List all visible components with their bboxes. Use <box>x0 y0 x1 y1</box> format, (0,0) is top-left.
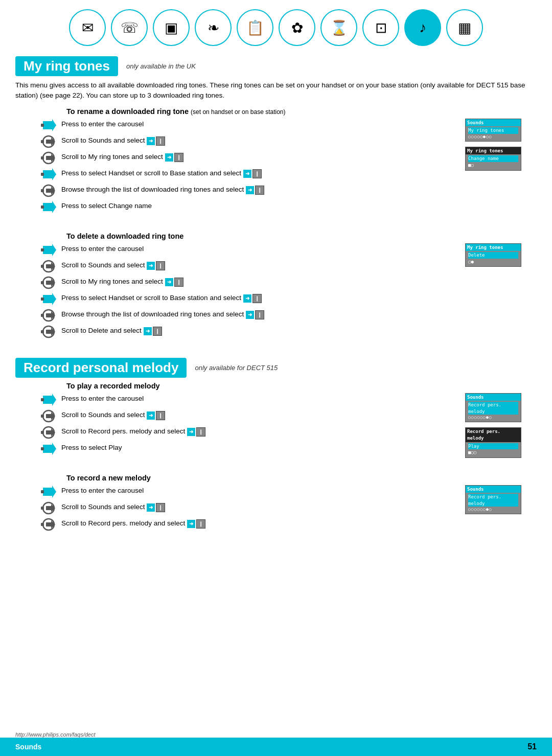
screen-line: Record pers. melody <box>468 402 518 415</box>
svg-rect-27 <box>41 314 44 317</box>
footer-label: Sounds <box>15 743 41 751</box>
step-row: Press to enter the carousel <box>15 119 465 133</box>
screen-line: Record pers. melody <box>468 494 518 507</box>
step-icon-arrow <box>15 168 61 181</box>
screen-line: ■○○ <box>468 449 518 456</box>
step-row: Browse through the list of downloaded ri… <box>15 309 465 323</box>
step-icon-arrow <box>15 119 61 132</box>
step-row: Scroll to Sounds and select ➜❙ <box>15 501 465 516</box>
clock-icon: ⌛ <box>330 19 348 36</box>
nav-icon-leaf[interactable]: ❧ <box>195 9 232 46</box>
step-text: Browse through the list of downloaded ri… <box>61 309 465 319</box>
step-row: Press to select Change name <box>15 200 465 215</box>
step-row: Browse through the list of downloaded ri… <box>15 184 465 198</box>
envelope-icon: ✉ <box>82 19 94 36</box>
nav-icon-clock[interactable]: ⌛ <box>320 9 357 46</box>
step-text: Scroll to Record pers. melody and select… <box>61 426 465 437</box>
svg-rect-35 <box>41 415 44 418</box>
svg-rect-14 <box>41 205 44 209</box>
step-text: Press to select Play <box>61 442 465 453</box>
screen-dots: ○○○○○○●○ <box>468 415 518 420</box>
step-row: Scroll to My ring tones and select ➜❙ <box>15 276 465 290</box>
nav-icon-globe[interactable]: ✿ <box>279 9 315 46</box>
play-steps-container: Press to enter the carousel Scroll to So… <box>15 393 537 459</box>
play-block: To play a recorded melody Press to enter… <box>15 382 537 459</box>
footer-page: 51 <box>527 742 537 751</box>
svg-rect-4 <box>41 140 44 143</box>
screen-line: My ring tones <box>468 127 518 134</box>
screen-line: ○● <box>468 259 518 265</box>
step-row: Press to select Handset or scroll to Bas… <box>15 168 465 182</box>
rename-steps-container: Press to enter the carousel Scroll to So… <box>15 119 537 217</box>
camera-icon: ▣ <box>165 19 178 36</box>
step-text: Scroll to Sounds and select ➜❙ <box>61 260 465 270</box>
delete-screens: My ring tones Delete ○● <box>465 243 537 267</box>
screen-sounds-record: Sounds Record pers. melody ○○○○○○●○ <box>465 485 521 515</box>
svg-marker-15 <box>43 244 56 256</box>
nav-icon-book[interactable]: 📋 <box>237 9 273 46</box>
svg-rect-24 <box>41 297 44 301</box>
music-icon: ♪ <box>419 19 426 36</box>
step-icon-arrow <box>15 393 61 406</box>
globe-icon: ✿ <box>291 19 303 36</box>
section1-header: My ring tones only available in the UK <box>15 56 537 76</box>
svg-rect-12 <box>41 189 44 192</box>
step-icon-arrow <box>15 485 61 498</box>
step-row: Press to enter the carousel <box>15 485 465 499</box>
screen-record-play: Record pers. melody Play ■○○ <box>465 427 521 457</box>
page-footer: Sounds 51 <box>0 738 552 756</box>
nav-icon-box[interactable]: ⊡ <box>362 9 399 46</box>
step-icon-scroll <box>15 276 61 289</box>
key-combo: ➜❙ <box>165 153 183 162</box>
play-screens: Sounds Record pers. melody ○○○○○○●○ Reco… <box>465 393 537 458</box>
step-row: Press to select Handset or scroll to Bas… <box>15 292 465 307</box>
step-icon-scroll <box>15 260 61 273</box>
step-icon-scroll <box>15 309 61 322</box>
step-icon-scroll <box>15 501 61 515</box>
svg-rect-32 <box>41 398 44 401</box>
svg-rect-1 <box>41 124 44 127</box>
nav-icon-envelope[interactable]: ✉ <box>69 9 106 46</box>
section2-title: Record personal melody <box>15 358 187 378</box>
screen-sounds-play: Sounds Record pers. melody ○○○○○○●○ <box>465 393 521 423</box>
svg-rect-22 <box>41 281 44 284</box>
nav-icon-phone[interactable]: ☏ <box>111 9 148 46</box>
box-icon: ⊡ <box>375 19 387 36</box>
svg-rect-42 <box>41 490 44 493</box>
screen-header-dark: My ring tones <box>466 147 521 155</box>
leaf-icon: ❧ <box>208 19 219 36</box>
section1-subtitle: only available in the UK <box>126 62 196 70</box>
nav-icon-grid[interactable]: ▦ <box>446 9 483 46</box>
svg-marker-0 <box>43 119 56 131</box>
section1-title: My ring tones <box>15 56 118 76</box>
step-text: Scroll to Record pers. melody and select… <box>61 518 465 529</box>
record-block: To record a new melody Press to enter th… <box>15 474 537 534</box>
step-text: Press to enter the carousel <box>61 393 465 404</box>
step-icon-arrow <box>15 442 61 455</box>
step-text: Scroll to Delete and select ➜❙ <box>61 325 465 336</box>
svg-rect-9 <box>41 173 44 176</box>
key-combo: ➜❙ <box>147 503 165 512</box>
svg-marker-8 <box>43 168 56 180</box>
step-text: Press to select Handset or scroll to Bas… <box>61 168 465 178</box>
step-icon-scroll <box>15 135 61 148</box>
step-text: Scroll to Sounds and select ➜❙ <box>61 501 465 512</box>
key-combo: ➜❙ <box>187 427 205 437</box>
rename-block: To rename a downloaded ring tone (set on… <box>15 107 537 217</box>
record-title: To record a new melody <box>15 474 537 482</box>
rename-title-small: (set on handset or on base station) <box>191 108 285 116</box>
nav-icon-music[interactable]: ♪ <box>404 9 441 46</box>
step-row: Scroll to Sounds and select ➜❙ <box>15 409 465 424</box>
step-icon-scroll <box>15 426 61 439</box>
step-text: Scroll to My ring tones and select ➜❙ <box>61 276 465 287</box>
screen-sounds: Sounds My ring tones ○○○○○●○○ <box>465 119 521 142</box>
play-steps: Press to enter the carousel Scroll to So… <box>15 393 465 459</box>
nav-icon-camera[interactable]: ▣ <box>153 9 190 46</box>
svg-rect-16 <box>41 248 44 251</box>
screen-delete: My ring tones Delete ○● <box>465 243 521 267</box>
section2-subtitle: only available for DECT 515 <box>195 364 278 372</box>
svg-rect-48 <box>41 523 44 526</box>
step-row: Scroll to Record pers. melody and select… <box>15 426 465 440</box>
step-icon-scroll <box>15 184 61 197</box>
screen-header-dark: Record pers. melody <box>466 428 521 442</box>
